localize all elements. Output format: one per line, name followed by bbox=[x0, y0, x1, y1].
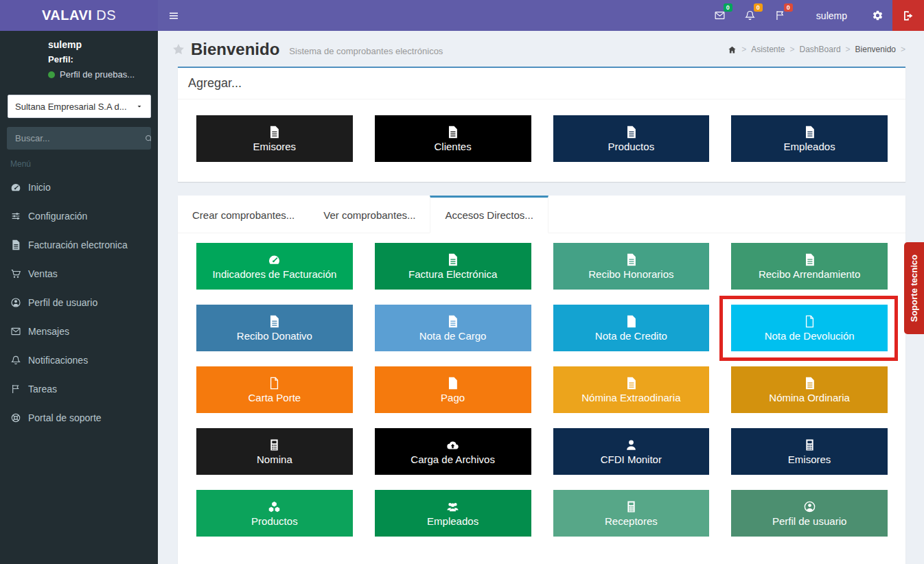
agregar-panel-title: Agregar... bbox=[178, 68, 905, 99]
tile-recibo-donativo[interactable]: Recibo Donativo bbox=[196, 305, 353, 351]
agregar-tile-grid: Emisores Clientes Productos Empleados bbox=[178, 99, 905, 182]
tile-cfdi-monitor[interactable]: CFDI Monitor bbox=[553, 428, 710, 475]
breadcrumb-bienvenido[interactable]: Bienvenido bbox=[855, 45, 896, 54]
breadcrumb: > Asistente > DashBoard > Bienvenido > bbox=[728, 45, 905, 54]
tile-label: Nota de Devolución bbox=[765, 330, 855, 342]
sidebar-menu: Inicio Configuración Facturación electro… bbox=[0, 173, 158, 432]
favorite-star-icon[interactable] bbox=[172, 43, 185, 56]
tile-label: Carta Porte bbox=[249, 392, 301, 403]
tile-productos[interactable]: Productos bbox=[196, 490, 353, 537]
file-text-icon bbox=[446, 253, 459, 266]
user-menu-button[interactable]: sulemp bbox=[796, 10, 862, 21]
hamburger-icon bbox=[168, 10, 180, 22]
breadcrumb-dashboard[interactable]: DashBoard bbox=[800, 45, 841, 54]
company-select[interactable]: Sultana Empresarial S.A d... bbox=[8, 95, 151, 118]
logout-button[interactable] bbox=[892, 0, 924, 31]
sidebar-username: sulemp bbox=[48, 39, 151, 50]
tile-nomina-ordinaria[interactable]: Nómina Ordinaria bbox=[731, 366, 888, 413]
tile-pago[interactable]: Pago bbox=[375, 366, 531, 413]
tile-label: Nomina bbox=[257, 454, 292, 465]
tile-label: Nómina Ordinaria bbox=[769, 392, 850, 403]
sidebar-item-label: Configuración bbox=[28, 211, 87, 222]
brand-light: DS bbox=[96, 8, 116, 23]
profile-status-link[interactable]: Perfil de pruebas... bbox=[48, 69, 151, 80]
bell-icon bbox=[10, 355, 21, 366]
cubes-icon bbox=[268, 500, 281, 513]
tasks-menu-button[interactable]: 0 bbox=[765, 0, 796, 31]
tile-empleados[interactable]: Empleados bbox=[375, 490, 531, 537]
tile-receptores[interactable]: Receptores bbox=[553, 490, 710, 537]
file-text-icon bbox=[803, 377, 816, 390]
flag-icon bbox=[10, 384, 21, 395]
profile-status-text: Perfil de pruebas... bbox=[60, 69, 135, 80]
tile-perfil-de-usuario[interactable]: Perfil de usuario bbox=[731, 490, 888, 537]
sidebar-item-facturacion-electronica[interactable]: Facturación electronica bbox=[0, 231, 158, 259]
tile-agregar-emisores[interactable]: Emisores bbox=[196, 115, 353, 162]
sidebar-item-portal-de-soporte[interactable]: Portal de soporte bbox=[0, 403, 158, 432]
tile-carga-de-archivos[interactable]: Carga de Archivos bbox=[375, 428, 531, 475]
file-text-icon bbox=[10, 239, 21, 250]
page-title: Bienvenido bbox=[191, 40, 279, 59]
tile-label: Emisores bbox=[253, 141, 297, 152]
sidebar-item-mensajes[interactable]: Mensajes bbox=[0, 317, 158, 346]
cloud-upload-icon bbox=[446, 438, 459, 451]
tile-emisores[interactable]: Emisores bbox=[731, 428, 888, 475]
home-icon[interactable] bbox=[728, 45, 737, 54]
tile-nota-de-credito[interactable]: Nota de Credito bbox=[553, 305, 710, 351]
tile-label: Productos bbox=[608, 141, 655, 152]
tab-ver-comprobantes[interactable]: Ver comprobantes... bbox=[309, 196, 430, 233]
sidebar-item-perfil-de-usuario[interactable]: Perfil de usuario bbox=[0, 288, 158, 317]
support-side-tab-label: Soporte tecnico bbox=[909, 255, 919, 322]
sidebar-item-label: Ventas bbox=[28, 268, 58, 279]
tile-nomina[interactable]: Nomina bbox=[196, 428, 353, 475]
tile-recibo-honorarios[interactable]: Recibo Honorarios bbox=[553, 243, 710, 290]
page-subtitle: Sistema de comprobantes electrónicos bbox=[289, 46, 443, 56]
messages-menu-button[interactable]: 0 bbox=[705, 0, 735, 31]
company-select-value: Sultana Empresarial S.A d... bbox=[15, 102, 127, 112]
tile-recibo-arrendamiento[interactable]: Recibo Arrendamiento bbox=[731, 243, 888, 290]
tile-agregar-clientes[interactable]: Clientes bbox=[375, 115, 531, 162]
users-icon bbox=[446, 500, 459, 513]
tile-label: Perfil de usuario bbox=[772, 515, 846, 527]
sidebar-toggle-button[interactable] bbox=[158, 0, 189, 31]
sidebar-item-notificaciones[interactable]: Notificaciones bbox=[0, 346, 158, 375]
tile-label: Nómina Extraodinaria bbox=[581, 392, 680, 403]
breadcrumb-asistente[interactable]: Asistente bbox=[751, 45, 785, 54]
search-input[interactable] bbox=[7, 133, 144, 143]
sidebar-item-tareas[interactable]: Tareas bbox=[0, 375, 158, 403]
breadcrumb-separator: > bbox=[790, 45, 795, 54]
tab-crear-comprobantes[interactable]: Crear comprobantes... bbox=[178, 196, 309, 233]
tab-accesos-directos[interactable]: Accesos Directos... bbox=[430, 196, 548, 233]
tile-agregar-productos[interactable]: Productos bbox=[553, 115, 710, 162]
sidebar-item-ventas[interactable]: Ventas bbox=[0, 259, 158, 288]
tile-label: CFDI Monitor bbox=[601, 454, 662, 465]
settings-button[interactable] bbox=[862, 0, 892, 31]
tile-nota-de-cargo[interactable]: Nota de Cargo bbox=[375, 305, 531, 351]
tile-label: Receptores bbox=[605, 515, 658, 527]
tile-label: Carga de Archivos bbox=[411, 454, 495, 465]
tile-label: Nota de Credito bbox=[595, 330, 667, 342]
tile-indicadores-de-facturacion[interactable]: Indicadores de Facturación bbox=[196, 243, 353, 290]
brand-logo[interactable]: VALAVIDS bbox=[0, 0, 158, 31]
brand-bold: VALAVI bbox=[42, 8, 92, 23]
tile-agregar-empleados[interactable]: Empleados bbox=[731, 115, 888, 162]
sidebar-item-configuracion[interactable]: Configuración bbox=[0, 202, 158, 231]
tile-carta-porte[interactable]: Carta Porte bbox=[196, 366, 353, 413]
calculator-icon bbox=[803, 438, 816, 451]
tile-label: Productos bbox=[251, 515, 298, 527]
tile-label: Pago bbox=[441, 392, 465, 403]
agregar-panel: Agregar... Emisores Clientes Productos E… bbox=[178, 67, 905, 182]
file-outline-icon bbox=[268, 377, 281, 390]
file-icon bbox=[446, 377, 459, 390]
tile-nota-de-devolucion[interactable]: Nota de Devolución bbox=[731, 305, 888, 351]
tile-nomina-extraordinaria[interactable]: Nómina Extraodinaria bbox=[553, 366, 710, 413]
sidebar-item-inicio[interactable]: Inicio bbox=[0, 173, 158, 202]
file-text-icon bbox=[625, 126, 638, 139]
search-icon bbox=[144, 134, 151, 143]
file-text-icon bbox=[803, 253, 816, 266]
support-side-tab[interactable]: Soporte tecnico bbox=[904, 242, 924, 334]
shortcuts-tile-grid: Indicadores de Facturación Factura Elect… bbox=[178, 233, 905, 557]
notifications-menu-button[interactable]: 0 bbox=[735, 0, 765, 31]
search-button[interactable] bbox=[144, 127, 151, 150]
tile-factura-electronica[interactable]: Factura Electrónica bbox=[375, 243, 531, 290]
